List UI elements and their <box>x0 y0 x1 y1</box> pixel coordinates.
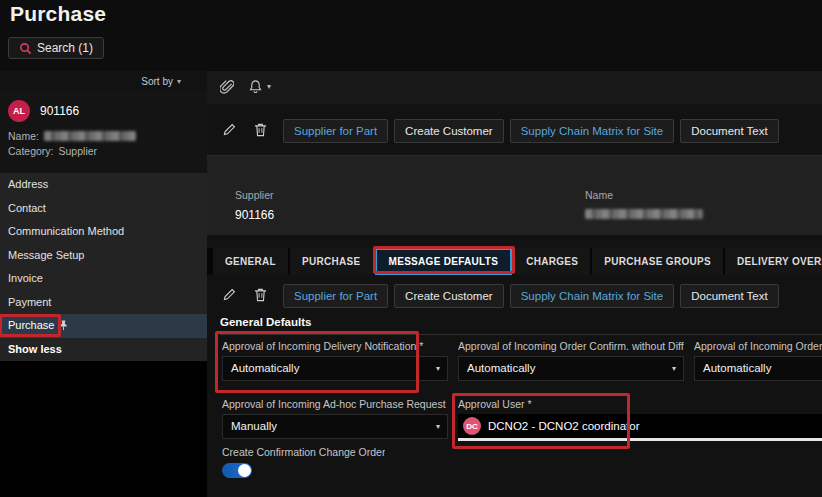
field-label: Approval of Incoming Order Co... <box>694 340 822 352</box>
field-approval-order-confirm-without-diff: Approval of Incoming Order Confirm. with… <box>458 340 684 381</box>
create-customer-button[interactable]: Create Customer <box>394 119 504 143</box>
sidebar-item-message-setup[interactable]: Message Setup <box>0 244 207 268</box>
sidebar-item-show-less[interactable]: Show less <box>0 338 207 362</box>
field-approval-adhoc-purchase-request: Approval of Incoming Ad-hoc Purchase Req… <box>222 398 448 439</box>
sidebar-nav: Address Contact Communication Method Mes… <box>0 173 207 361</box>
chevron-down-icon: ▾ <box>436 357 440 380</box>
sort-by-label: Sort by <box>141 76 173 87</box>
redacted-name <box>44 131 136 141</box>
page-title: Purchase <box>10 2 106 26</box>
name-label: Name: <box>8 130 39 142</box>
search-button[interactable]: Search (1) <box>8 37 104 59</box>
field-label: Approval of Incoming Delivery Notificati… <box>222 340 448 352</box>
field-label: Approval User * <box>458 398 822 410</box>
user-avatar: DC <box>463 417 481 435</box>
field-label: Approval of Incoming Ad-hoc Purchase Req… <box>222 398 448 410</box>
sidebar-item-purchase[interactable]: Purchase <box>0 314 207 338</box>
approval-user-value: DCNO2 - DCNO2 coordinator <box>488 420 639 432</box>
tab-bar: GENERAL PURCHASE MESSAGE DEFAULTS CHARGE… <box>207 248 822 275</box>
edit-button[interactable] <box>223 123 236 136</box>
tab-charges[interactable]: CHARGES <box>514 248 590 275</box>
approval-user-input[interactable]: DC DCNO2 - DCNO2 coordinator <box>458 414 822 441</box>
field-approval-user: Approval User * DC DCNO2 - DCNO2 coordin… <box>458 398 822 441</box>
create-customer-button[interactable]: Create Customer <box>394 284 504 308</box>
page-toolbar: ▾ <box>207 71 822 104</box>
attachments-button[interactable] <box>220 79 234 95</box>
field-create-confirmation-change-order: Create Confirmation Change Order <box>222 446 385 478</box>
supplier-name-row: Name: <box>8 130 197 142</box>
record-toolbar: Supplier for Part Create Customer Supply… <box>207 116 822 146</box>
document-text-button[interactable]: Document Text <box>680 119 779 143</box>
supplier-category-row: Category: Supplier <box>8 145 197 157</box>
supplier-card: AL 901166 Name: Category: Supplier <box>0 91 207 173</box>
field-label: Create Confirmation Change Order <box>222 446 385 458</box>
sidebar: Sort by ▾ AL 901166 Name: Category: Supp… <box>0 71 207 497</box>
supplier-id: 901166 <box>40 104 79 118</box>
supplier-field-value: 901166 <box>235 208 274 222</box>
toggle-knob <box>238 464 251 477</box>
approval-delivery-notification-dropdown[interactable]: Automatically ▾ <box>222 356 448 381</box>
field-label: Approval of Incoming Order Confirm. with… <box>458 340 684 352</box>
app-header: Purchase Search (1) <box>0 0 822 71</box>
sidebar-item-contact[interactable]: Contact <box>0 197 207 221</box>
field-approval-incoming-delivery-notification: Approval of Incoming Delivery Notificati… <box>222 340 448 381</box>
sort-by-button[interactable]: Sort by ▾ <box>0 71 207 91</box>
sidebar-item-payment[interactable]: Payment <box>0 291 207 315</box>
main-content: ▾ Supplier for Part Create Customer Supp… <box>207 71 822 497</box>
notifications-button[interactable] <box>249 79 262 94</box>
tab-toolbar: Supplier for Part Create Customer Supply… <box>207 281 822 311</box>
approval-order-confirm-dropdown[interactable]: Automatically ▾ <box>458 356 684 381</box>
approval-adhoc-request-dropdown[interactable]: Manually ▾ <box>222 414 448 439</box>
supplier-for-part-button[interactable]: Supplier for Part <box>283 119 388 143</box>
paperclip-icon <box>220 79 234 95</box>
chevron-down-icon[interactable]: ▾ <box>267 82 271 91</box>
supplier-for-part-button[interactable]: Supplier for Part <box>283 284 388 308</box>
category-value: Supplier <box>59 145 98 157</box>
trash-icon <box>254 123 267 137</box>
divider <box>220 334 822 335</box>
supply-chain-matrix-button[interactable]: Supply Chain Matrix for Site <box>510 119 675 143</box>
supplier-field-label: Supplier <box>235 189 274 201</box>
sidebar-item-address[interactable]: Address <box>0 173 207 197</box>
supply-chain-matrix-button[interactable]: Supply Chain Matrix for Site <box>510 284 675 308</box>
sidebar-item-invoice[interactable]: Invoice <box>0 267 207 291</box>
pencil-icon <box>223 288 236 301</box>
pin-icon <box>59 320 68 331</box>
tab-purchase[interactable]: PURCHASE <box>290 248 373 275</box>
sidebar-item-communication-method[interactable]: Communication Method <box>0 220 207 244</box>
record-panel: Supplier 901166 Name <box>207 155 822 235</box>
field-approval-order-confirm-clipped: Approval of Incoming Order Co... Automat… <box>694 340 822 381</box>
bell-icon <box>249 79 262 94</box>
tab-delivery-overheads[interactable]: DELIVERY OVERHEADS <box>725 248 822 275</box>
name-field-label: Name <box>585 189 613 201</box>
delete-button[interactable] <box>254 123 267 137</box>
category-label: Category: <box>8 145 54 157</box>
create-confirmation-toggle[interactable] <box>222 463 252 478</box>
tab-message-defaults[interactable]: MESSAGE DEFAULTS <box>375 248 513 275</box>
document-text-button[interactable]: Document Text <box>680 284 779 308</box>
search-button-label: Search (1) <box>37 41 93 55</box>
approval-order-confirm-clipped-dropdown[interactable]: Automatically <box>694 356 822 381</box>
tab-general[interactable]: GENERAL <box>213 248 288 275</box>
trash-icon <box>254 288 267 302</box>
pencil-icon <box>223 123 236 136</box>
app-root: Purchase Search (1) Sort by ▾ AL 901166 … <box>0 0 822 497</box>
redacted-name-value <box>585 209 703 219</box>
chevron-down-icon: ▾ <box>672 357 676 380</box>
search-icon <box>19 42 32 55</box>
avatar: AL <box>8 100 30 122</box>
edit-button[interactable] <box>223 288 236 301</box>
section-title: General Defaults <box>220 316 311 328</box>
tab-purchase-groups[interactable]: PURCHASE GROUPS <box>592 248 723 275</box>
chevron-down-icon: ▾ <box>177 77 181 86</box>
delete-button[interactable] <box>254 288 267 302</box>
chevron-down-icon: ▾ <box>436 415 440 438</box>
